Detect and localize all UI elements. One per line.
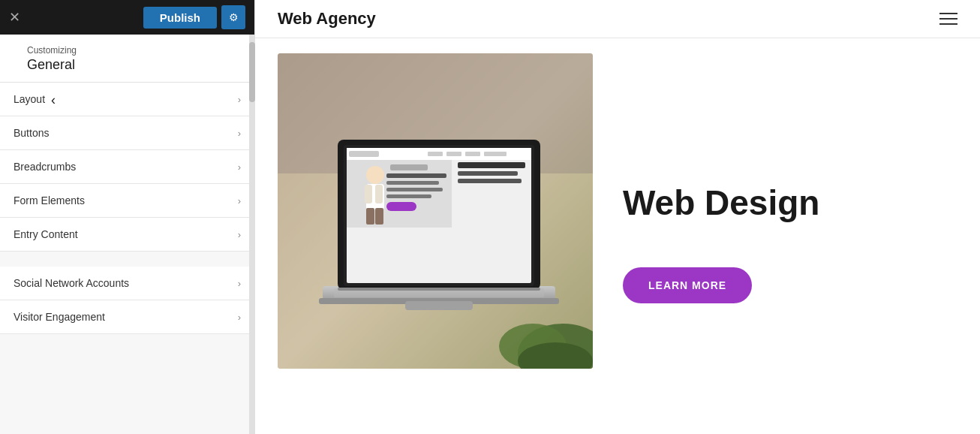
layout-label: Layout <box>14 93 45 105</box>
sidebar-item-social-network[interactable]: Social Network Accounts › <box>0 267 254 300</box>
customizing-header: ‹ Customizing General <box>0 35 254 83</box>
section-title: General <box>27 57 77 73</box>
laptop-image <box>278 53 593 369</box>
site-title: Web Agency <box>278 9 376 29</box>
publish-button[interactable]: Publish <box>143 7 217 29</box>
svg-rect-14 <box>428 152 443 156</box>
svg-rect-24 <box>375 208 383 225</box>
sidebar-item-buttons[interactable]: Buttons › <box>0 116 254 150</box>
breadcrumbs-label: Breadcrumbs <box>14 161 76 173</box>
svg-rect-34 <box>338 288 540 291</box>
chevron-right-icon: › <box>238 195 241 206</box>
nav-items: Layout › Buttons › Breadcrumbs › Form El… <box>0 83 254 434</box>
svg-rect-30 <box>458 162 525 168</box>
buttons-label: Buttons <box>14 127 49 139</box>
svg-rect-16 <box>465 152 480 156</box>
settings-button[interactable]: ⚙ <box>221 5 245 29</box>
svg-rect-35 <box>405 301 473 310</box>
svg-rect-27 <box>386 188 443 191</box>
preview-header: Web Agency <box>255 0 980 38</box>
scrollbar-thumb[interactable] <box>249 42 255 102</box>
svg-rect-23 <box>366 208 374 225</box>
form-elements-label: Form Elements <box>14 194 85 206</box>
hero-title: Web Design <box>623 184 957 222</box>
back-button[interactable]: ‹ <box>51 92 56 108</box>
entry-content-label: Entry Content <box>14 228 78 240</box>
preview-content: Web Design LEARN MORE <box>255 38 980 434</box>
laptop-svg <box>278 53 593 369</box>
svg-rect-22 <box>375 185 383 203</box>
social-network-label: Social Network Accounts <box>14 277 129 289</box>
top-bar: ✕ Publish ⚙ <box>0 0 254 35</box>
publish-area: Publish ⚙ <box>143 5 245 29</box>
chevron-right-icon: › <box>238 128 241 139</box>
customizing-label: Customizing <box>27 45 77 56</box>
chevron-right-icon: › <box>238 278 241 289</box>
svg-rect-13 <box>349 151 379 157</box>
chevron-right-icon: › <box>238 312 241 323</box>
svg-rect-25 <box>386 173 446 178</box>
sidebar-item-breadcrumbs[interactable]: Breadcrumbs › <box>0 150 254 184</box>
svg-rect-17 <box>484 152 507 156</box>
svg-point-19 <box>366 166 384 184</box>
sidebar-item-entry-content[interactable]: Entry Content › <box>0 218 254 252</box>
visitor-engagement-label: Visitor Engagement <box>14 311 105 323</box>
sidebar-item-layout[interactable]: Layout › <box>0 83 254 116</box>
svg-rect-29 <box>386 202 416 211</box>
nav-gap <box>0 252 254 267</box>
hamburger-menu-icon[interactable] <box>939 13 957 25</box>
close-button[interactable]: ✕ <box>9 11 20 24</box>
hero-text-area: Web Design LEARN MORE <box>623 53 957 419</box>
chevron-right-icon: › <box>238 229 241 240</box>
svg-rect-26 <box>386 181 439 185</box>
preview-area: Web Agency <box>255 0 980 434</box>
learn-more-button[interactable]: LEARN MORE <box>623 267 752 303</box>
chevron-right-icon: › <box>238 161 241 173</box>
svg-rect-33 <box>390 164 428 170</box>
svg-rect-32 <box>458 179 522 183</box>
sidebar-item-visitor-engagement[interactable]: Visitor Engagement › <box>0 300 254 334</box>
svg-rect-21 <box>365 185 372 203</box>
svg-rect-15 <box>446 152 461 156</box>
scrollbar[interactable] <box>249 35 255 434</box>
svg-rect-31 <box>458 171 518 176</box>
svg-rect-28 <box>386 194 431 198</box>
sidebar-item-form-elements[interactable]: Form Elements › <box>0 184 254 218</box>
chevron-right-icon: › <box>238 94 241 105</box>
